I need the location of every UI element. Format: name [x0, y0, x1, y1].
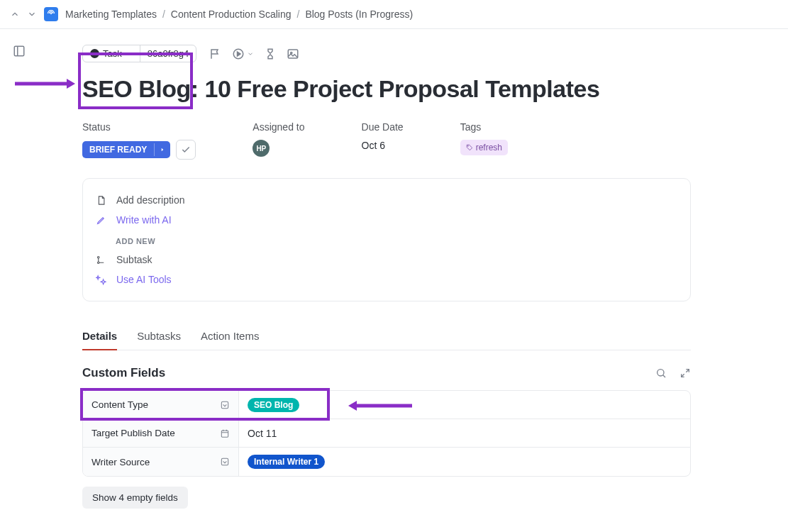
assigned-label: Assigned to: [253, 121, 304, 133]
cf-row-content-type: Content Type SEO Blog: [83, 391, 690, 419]
svg-point-11: [98, 256, 100, 258]
svg-point-0: [51, 13, 52, 14]
add-new-label: ADD NEW: [96, 230, 677, 250]
custom-fields-title: Custom Fields: [82, 366, 165, 380]
show-empty-button[interactable]: Show 4 empty fields: [82, 487, 188, 509]
cf-label: Target Publish Date: [91, 428, 175, 438]
write-ai-row[interactable]: Write with AI: [96, 210, 677, 230]
svg-point-13: [657, 370, 664, 376]
sidebar-toggle[interactable]: [0, 29, 26, 530]
cf-row-publish-date: Target Publish Date Oct 11: [83, 419, 690, 448]
add-description-row[interactable]: Add description: [96, 190, 677, 210]
meta-row: Status BRIEF READY Assigned to HP Due Da…: [82, 121, 788, 160]
svg-marker-9: [162, 148, 164, 152]
check-circle-icon: [90, 49, 99, 58]
tab-action-items[interactable]: Action Items: [201, 323, 260, 350]
subtask-icon: [96, 255, 106, 265]
due-date-value[interactable]: Oct 6: [362, 140, 404, 151]
page-title[interactable]: SEO Blog: 10 Free Project Proposal Templ…: [82, 75, 599, 103]
cf-value-pill: SEO Blog: [248, 398, 299, 412]
subtask-row[interactable]: Subtask: [96, 250, 677, 270]
tab-details[interactable]: Details: [82, 323, 117, 350]
cf-value-pill: Internal Writer 1: [248, 455, 325, 469]
tab-subtasks[interactable]: Subtasks: [137, 323, 181, 350]
due-label: Due Date: [362, 121, 404, 133]
expand-icon[interactable]: [679, 367, 691, 379]
breadcrumb-item[interactable]: Marketing Templates: [65, 9, 157, 20]
chevron-down-icon: [126, 50, 133, 57]
search-icon[interactable]: [655, 367, 667, 379]
svg-rect-18: [221, 431, 228, 437]
dropdown-icon: [220, 457, 230, 467]
document-icon: [96, 195, 106, 206]
status-label: Status: [82, 121, 196, 133]
breadcrumb-item[interactable]: Content Production Scaling: [171, 9, 292, 20]
task-id-button[interactable]: 86a0fr8g4: [140, 45, 196, 62]
cf-value: Oct 11: [248, 428, 277, 439]
tags-label: Tags: [460, 121, 508, 133]
calendar-icon: [220, 428, 230, 438]
pencil-icon: [96, 215, 106, 226]
chevron-down-icon[interactable]: [247, 50, 254, 57]
svg-point-10: [467, 146, 468, 147]
svg-rect-17: [221, 401, 228, 408]
task-type-button[interactable]: Task: [83, 45, 140, 62]
task-toolbar: Task 86a0fr8g4: [82, 45, 788, 62]
top-bar: Marketing Templates / Content Production…: [0, 0, 788, 29]
image-icon[interactable]: [287, 48, 299, 60]
task-type-group: Task 86a0fr8g4: [82, 45, 196, 62]
play-circle-icon[interactable]: [232, 48, 245, 60]
dropdown-icon: [220, 400, 230, 410]
app-icon: [44, 7, 58, 21]
svg-line-14: [663, 375, 665, 377]
tag-chip[interactable]: refresh: [460, 140, 508, 155]
svg-rect-1: [14, 46, 24, 56]
nav-down-icon[interactable]: [27, 9, 37, 19]
tag-icon: [466, 144, 473, 151]
tabs: Details Subtasks Action Items: [82, 323, 691, 350]
description-box: Add description Write with AI ADD NEW Su…: [82, 178, 691, 301]
svg-rect-22: [221, 458, 228, 465]
breadcrumb-item[interactable]: Blog Posts (In Progress): [305, 9, 413, 20]
custom-fields-table: Content Type SEO Blog Target Publish Dat…: [82, 390, 691, 477]
svg-point-12: [98, 262, 100, 264]
cf-row-writer-source: Writer Source Internal Writer 1: [83, 448, 690, 476]
sparkle-icon: [96, 275, 106, 285]
svg-marker-8: [67, 79, 75, 89]
task-type-label: Task: [103, 48, 122, 59]
breadcrumb: Marketing Templates / Content Production…: [65, 9, 413, 20]
nav-up-icon[interactable]: [10, 9, 20, 19]
cf-label: Writer Source: [91, 457, 150, 467]
svg-marker-4: [238, 52, 241, 56]
status-next-icon[interactable]: [154, 143, 170, 156]
hourglass-icon[interactable]: [264, 48, 277, 60]
cf-label: Content Type: [91, 399, 148, 410]
ai-tools-row[interactable]: Use AI Tools: [96, 270, 677, 289]
assignee-avatar[interactable]: HP: [253, 140, 270, 157]
status-badge[interactable]: BRIEF READY: [82, 141, 170, 158]
flag-icon[interactable]: [209, 48, 222, 60]
complete-button[interactable]: [176, 140, 196, 160]
